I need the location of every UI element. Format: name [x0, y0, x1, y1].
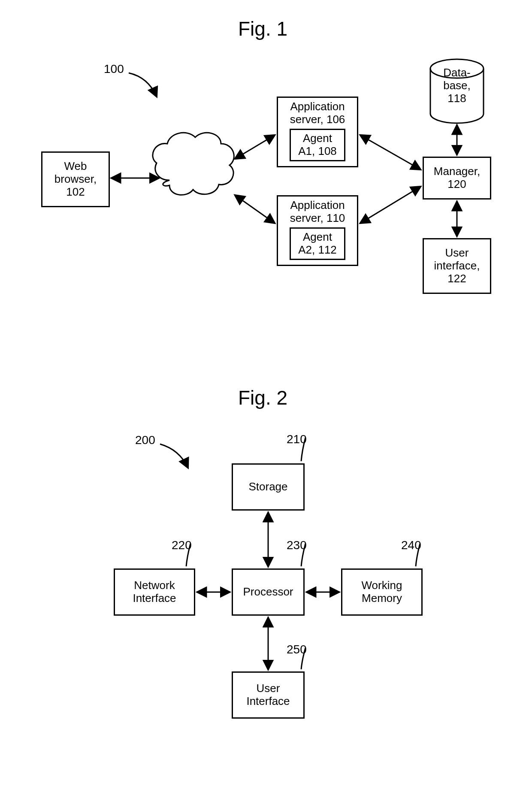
arrow-cloud-app1: [235, 135, 275, 159]
storage-box: Storage: [232, 463, 305, 511]
network-interface-box: Network Interface: [114, 568, 195, 616]
working-memory-line2: Memory: [362, 592, 402, 605]
app-server-2-box: Application server, 110 Agent A2, 112: [277, 195, 358, 266]
fig2-title: Fig. 2: [238, 386, 287, 409]
arrow-app1-manager: [360, 135, 420, 169]
user-interface-2-line2: Interface: [246, 695, 290, 708]
user-interface-2-box: User Interface: [232, 671, 305, 719]
app-server-1-line2: server, 106: [290, 113, 345, 126]
user-interface-box: User interface, 122: [423, 238, 491, 294]
manager-line2: 120: [447, 178, 466, 191]
app-server-2-line2: server, 110: [290, 212, 345, 225]
processor-box: Processor: [232, 568, 305, 616]
user-interface-2-line1: User: [257, 682, 280, 695]
agent-1-line1: Agent: [303, 132, 332, 145]
ui-line2: interface,: [434, 260, 480, 272]
fig2-ref-arrow: [160, 444, 188, 468]
fig2-ref-label: 200: [135, 433, 155, 447]
web-browser-box: Web browser, 102: [41, 151, 110, 207]
processor-ref: 230: [287, 538, 307, 552]
fig1-ref-arrow: [129, 73, 157, 97]
cloud-icon: [153, 133, 234, 195]
agent-2-line1: Agent: [303, 231, 332, 244]
page: Fig. 1 100 Web browser, 102 104 Applicat…: [0, 0, 532, 789]
fig1-ref-label: 100: [104, 62, 124, 76]
arrow-app2-manager: [360, 187, 420, 223]
manager-line1: Manager,: [434, 165, 480, 178]
agent-1-box: Agent A1, 108: [290, 129, 345, 161]
manager-box: Manager, 120: [423, 157, 491, 200]
working-memory-line1: Working: [362, 579, 402, 592]
ui-line1: User: [445, 247, 469, 260]
database-icon: [430, 59, 484, 123]
cloud-label: 104: [191, 172, 211, 185]
agent-2-box: Agent A2, 112: [290, 227, 345, 260]
arrow-cloud-app2: [235, 195, 275, 223]
app-server-1-line1: Application: [290, 100, 345, 113]
app-server-1-box: Application server, 106 Agent A1, 108: [277, 97, 358, 167]
network-interface-line1: Network: [134, 579, 175, 592]
database-line3: 118: [447, 92, 466, 105]
agent-2-line2: A2, 112: [298, 244, 337, 257]
working-memory-ref: 240: [401, 538, 421, 552]
database-line1: Data-: [443, 66, 471, 79]
user-interface-2-ref: 250: [287, 643, 307, 656]
fig1-title: Fig. 1: [238, 17, 287, 40]
web-browser-line1: Web: [64, 160, 87, 173]
web-browser-line3: 102: [66, 186, 85, 199]
storage-label: Storage: [248, 481, 287, 493]
network-interface-ref: 220: [172, 538, 192, 552]
ui-line3: 122: [447, 272, 466, 285]
network-interface-line2: Interface: [133, 592, 176, 605]
processor-label: Processor: [243, 586, 293, 599]
web-browser-line2: browser,: [54, 173, 97, 186]
database-line2: base,: [443, 79, 471, 92]
agent-1-line2: A1, 108: [298, 145, 337, 158]
app-server-2-line1: Application: [290, 199, 345, 212]
working-memory-box: Working Memory: [341, 568, 423, 616]
storage-ref: 210: [287, 432, 307, 446]
svg-point-0: [430, 59, 484, 78]
